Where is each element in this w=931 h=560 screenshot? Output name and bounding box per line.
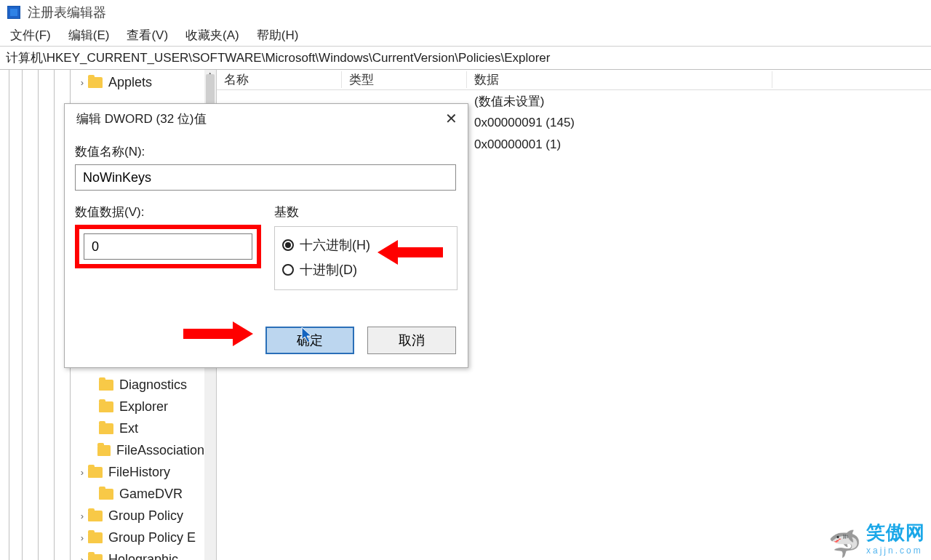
radio-unchecked-icon: [282, 264, 294, 276]
tree-item[interactable]: GameDVR: [0, 483, 204, 505]
radio-dec-label: 十进制(D): [300, 261, 357, 279]
annotation-highlight-box: [75, 225, 261, 268]
watermark-name: 笑傲网: [866, 521, 925, 543]
value-name-input[interactable]: [75, 164, 456, 191]
tree-label: Explorer: [119, 399, 168, 415]
edit-dword-dialog: 编辑 DWORD (32 位)值 ✕ 数值名称(N): 数值数据(V): 基数 …: [64, 103, 468, 368]
watermark-domain: xajjn.com: [866, 545, 925, 556]
watermark: 🦈 笑傲网 xajjn.com: [828, 520, 925, 557]
folder-icon: [99, 380, 113, 391]
base-group: 十六进制(H) 十进制(D): [274, 226, 457, 290]
tree-item[interactable]: › Holographic: [0, 548, 204, 560]
col-name[interactable]: 名称: [217, 71, 342, 88]
tree-label: Group Policy E: [108, 530, 196, 545]
tree-label: GameDVR: [119, 487, 183, 502]
titlebar: 注册表编辑器: [0, 0, 931, 25]
tree-label: Applets: [108, 75, 152, 90]
tree-item[interactable]: › Applets: [0, 71, 204, 93]
app-title: 注册表编辑器: [28, 4, 106, 21]
app-icon: [7, 6, 20, 19]
value-data-input[interactable]: [84, 233, 252, 260]
tree-label: FileAssociation: [116, 443, 204, 458]
menu-file[interactable]: 文件(F): [10, 27, 51, 44]
chevron-right-icon[interactable]: ›: [76, 511, 88, 521]
menu-view[interactable]: 查看(V): [127, 27, 168, 44]
tree-item[interactable]: Ext: [0, 417, 204, 439]
radio-dec[interactable]: 十进制(D): [282, 257, 449, 282]
chevron-right-icon[interactable]: ›: [76, 77, 88, 88]
base-group-label: 基数: [274, 204, 457, 220]
tree-item[interactable]: Explorer: [0, 396, 204, 417]
col-type[interactable]: 类型: [342, 71, 467, 88]
dialog-titlebar: 编辑 DWORD (32 位)值 ✕: [65, 104, 468, 133]
tree-item[interactable]: FileAssociation: [0, 439, 204, 461]
folder-icon: [88, 554, 103, 561]
value-data-label: 数值数据(V):: [75, 204, 261, 220]
tree-label: Ext: [119, 421, 138, 436]
pathbar-text: 计算机\HKEY_CURRENT_USER\SOFTWARE\Microsoft…: [6, 49, 551, 66]
menu-favorites[interactable]: 收藏夹(A): [185, 27, 239, 44]
close-icon[interactable]: ✕: [445, 111, 457, 126]
cell-data: 0x00000091 (145): [467, 116, 575, 130]
cell-data: 0x00000001 (1): [467, 137, 561, 152]
pathbar[interactable]: 计算机\HKEY_CURRENT_USER\SOFTWARE\Microsoft…: [0, 47, 931, 70]
value-name-label: 数值名称(N):: [75, 143, 457, 160]
tree-label: Diagnostics: [119, 377, 187, 393]
tree-item[interactable]: › Group Policy E: [0, 527, 204, 548]
column-header: 名称 类型 数据: [217, 70, 931, 90]
tree-label: Holographic: [108, 552, 178, 561]
folder-icon: [88, 77, 103, 88]
col-data[interactable]: 数据: [467, 71, 772, 88]
folder-icon: [97, 445, 111, 456]
menu-edit[interactable]: 编辑(E): [68, 27, 110, 44]
dialog-body: 数值名称(N): 数值数据(V): 基数 十六进制(H) 十进制: [65, 133, 468, 290]
menu-help[interactable]: 帮助(H): [257, 27, 299, 44]
folder-icon: [88, 467, 103, 478]
tree-item[interactable]: › FileHistory: [0, 461, 204, 483]
tree-label: Group Policy: [108, 508, 183, 524]
folder-icon: [88, 532, 103, 543]
cursor-icon: [301, 327, 314, 344]
annotation-arrow-icon: [183, 329, 234, 339]
annotation-arrow-icon: [396, 247, 443, 257]
folder-icon: [99, 423, 113, 434]
dialog-buttons: 确定 取消: [265, 327, 456, 354]
chevron-right-icon[interactable]: ›: [76, 554, 88, 561]
folder-icon: [99, 401, 113, 412]
radio-hex-label: 十六进制(H): [300, 236, 370, 254]
cell-data: (数值未设置): [467, 93, 544, 110]
folder-icon: [88, 511, 103, 521]
cancel-button[interactable]: 取消: [367, 327, 456, 354]
folder-icon: [99, 489, 113, 500]
chevron-right-icon[interactable]: ›: [76, 467, 88, 478]
shark-icon: 🦈: [828, 531, 862, 557]
menubar: 文件(F) 编辑(E) 查看(V) 收藏夹(A) 帮助(H): [0, 25, 931, 47]
radio-checked-icon: [282, 239, 294, 251]
chevron-right-icon[interactable]: ›: [76, 532, 88, 543]
tree-item[interactable]: Diagnostics: [0, 374, 204, 396]
tree-item[interactable]: › Group Policy: [0, 505, 204, 527]
dialog-title: 编辑 DWORD (32 位)值: [76, 111, 207, 127]
tree-label: FileHistory: [108, 465, 170, 480]
